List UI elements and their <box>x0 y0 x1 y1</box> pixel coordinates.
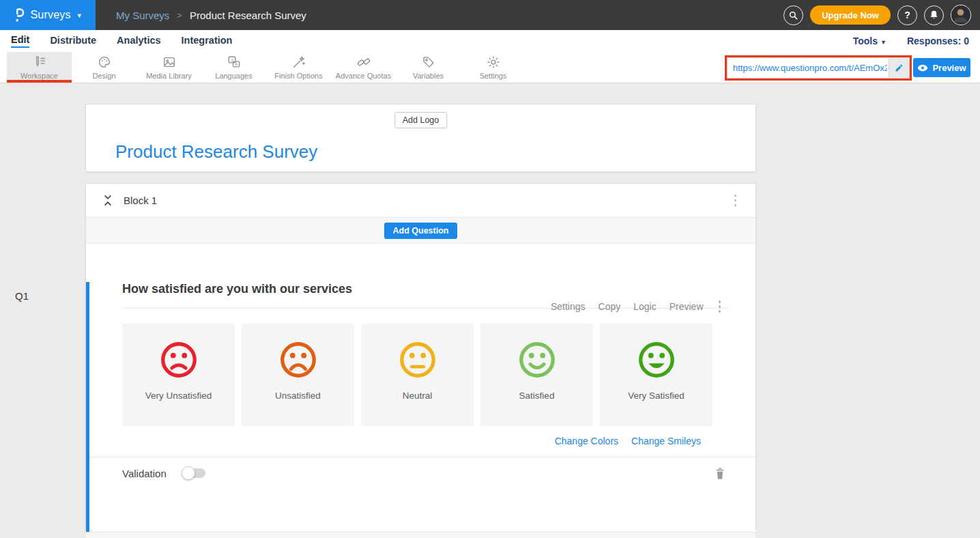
breadcrumb-separator: > <box>177 10 182 20</box>
question-mark-icon: ? <box>904 10 910 20</box>
survey-url-annotation-box <box>725 55 912 81</box>
languages-icon: 文A <box>227 55 242 70</box>
toolbar-item-quotas[interactable]: Advance Quotas <box>331 52 396 83</box>
toolbar-item-media[interactable]: Media Library <box>136 52 201 83</box>
survey-header-card: Add Logo Product Research Survey <box>85 104 756 172</box>
questionpro-logo-icon <box>13 8 25 23</box>
eye-icon <box>917 64 928 72</box>
validation-row: Validation <box>89 457 755 489</box>
validation-label: Validation <box>122 468 167 479</box>
variables-icon <box>421 55 436 70</box>
add-question-strip-bottom: Add Question Page Break Separator <box>86 532 755 538</box>
question-menu-kebab-icon[interactable] <box>717 298 723 315</box>
quotas-icon <box>356 55 371 70</box>
section-tabs: Edit Distribute Analytics Integration To… <box>0 30 980 52</box>
responses-count[interactable]: Responses: 0 <box>907 36 969 46</box>
question-action-logic[interactable]: Logic <box>633 301 656 312</box>
survey-title[interactable]: Product Research Survey <box>115 141 317 162</box>
question-index-label: Q1 <box>15 290 29 302</box>
trash-icon <box>715 467 725 480</box>
settings-icon <box>486 55 501 70</box>
question-actions: SettingsCopyLogicPreview <box>551 301 704 312</box>
upgrade-now-button[interactable]: Upgrade Now <box>810 5 891 25</box>
block-title[interactable]: Block 1 <box>124 195 157 206</box>
tab-integration[interactable]: Integration <box>182 35 233 47</box>
add-question-button-top[interactable]: Add Question <box>384 223 458 239</box>
collapse-block-icon[interactable] <box>103 195 113 206</box>
tools-dropdown[interactable]: Tools▼ <box>853 36 887 46</box>
bell-icon <box>929 10 939 20</box>
page: { "colors": { "brand_blue": "#1b87e6", "… <box>0 0 980 538</box>
validation-toggle[interactable] <box>183 468 205 478</box>
chevron-down-icon: ▼ <box>76 12 83 19</box>
survey-url-field <box>727 57 910 79</box>
breadcrumb-parent[interactable]: My Surveys <box>116 10 169 21</box>
option-label: Unsatisfied <box>275 391 321 401</box>
block-header: Block 1 <box>86 184 755 218</box>
very-satisfied-smiley-icon <box>635 339 678 381</box>
option-unsatisfied[interactable]: Unsatisfied <box>242 324 354 426</box>
neutral-smiley-icon <box>397 339 439 381</box>
option-label: Neutral <box>403 391 433 401</box>
breadcrumb-current: Product Research Survey <box>190 10 306 21</box>
delete-question-button[interactable] <box>715 467 725 480</box>
pencil-icon <box>895 63 904 72</box>
option-label: Very Unsatisfied <box>145 391 212 401</box>
chevron-down-icon: ▼ <box>880 39 887 46</box>
question-action-copy[interactable]: Copy <box>599 301 621 312</box>
change-colors-link[interactable]: Change Colors <box>555 436 618 447</box>
finish-icon <box>291 55 306 70</box>
tab-analytics[interactable]: Analytics <box>117 35 160 47</box>
preview-button[interactable]: Preview <box>913 58 970 77</box>
product-switcher[interactable]: Surveys ▼ <box>0 0 96 30</box>
toolbar-items: WorkspaceDesignMedia Library文ALanguagesF… <box>7 52 525 83</box>
option-label: Satisfied <box>519 391 555 401</box>
toolbar-item-workspace[interactable]: Workspace <box>7 52 72 83</box>
question-action-preview[interactable]: Preview <box>669 301 704 312</box>
option-very-unsatisfied[interactable]: Very Unsatisfied <box>122 324 235 426</box>
unsatisfied-smiley-icon <box>277 339 319 381</box>
tabs-right-cluster: Tools▼ Responses: 0 <box>853 36 969 46</box>
workspace-icon <box>32 55 47 70</box>
toolbar-item-settings[interactable]: Settings <box>461 52 525 83</box>
change-smileys-link[interactable]: Change Smileys <box>631 436 701 447</box>
logo-label: Surveys <box>30 9 70 21</box>
toolbar-item-variables[interactable]: Variables <box>396 52 461 83</box>
toolbar-item-finish[interactable]: Finish Options <box>266 52 331 83</box>
search-icon <box>788 10 798 20</box>
option-label: Very Satisfied <box>628 391 684 401</box>
survey-url-input[interactable] <box>727 58 889 78</box>
workspace-canvas: Q1 Add Logo Product Research Survey Bloc… <box>0 83 980 538</box>
tab-distribute[interactable]: Distribute <box>50 35 96 47</box>
smiley-options: Very UnsatisfiedUnsatisfiedNeutralSatisf… <box>122 324 728 426</box>
notifications-button[interactable] <box>924 5 944 25</box>
block-card: Block 1 Add Question SettingsCopyLogicPr… <box>85 183 756 529</box>
svg-text:文: 文 <box>230 57 234 62</box>
question-actions-row: SettingsCopyLogicPreview <box>551 298 723 315</box>
toolbar-item-languages[interactable]: 文ALanguages <box>201 52 266 83</box>
top-navbar: Surveys ▼ My Surveys > Product Research … <box>0 0 980 30</box>
add-question-strip-top: Add Question <box>86 218 755 244</box>
option-very-satisfied[interactable]: Very Satisfied <box>600 324 712 426</box>
block-menu-kebab-icon[interactable] <box>732 193 739 209</box>
question-links: Change Colors Change Smileys <box>122 436 728 447</box>
help-button[interactable]: ? <box>897 5 917 25</box>
very-unsatisfied-smiley-icon <box>158 339 200 381</box>
edit-url-button[interactable] <box>889 58 909 78</box>
option-satisfied[interactable]: Satisfied <box>480 324 593 426</box>
option-neutral[interactable]: Neutral <box>361 324 474 426</box>
svg-text:A: A <box>235 61 238 66</box>
breadcrumb: My Surveys > Product Research Survey <box>116 10 306 21</box>
search-button[interactable] <box>783 5 803 25</box>
edit-toolbar: WorkspaceDesignMedia Library文ALanguagesF… <box>0 52 980 83</box>
add-logo-button[interactable]: Add Logo <box>394 112 448 128</box>
question-card: SettingsCopyLogicPreview How satisfied a… <box>86 282 755 532</box>
user-avatar[interactable] <box>951 5 971 25</box>
satisfied-smiley-icon <box>516 339 558 381</box>
question-action-settings[interactable]: Settings <box>551 301 586 312</box>
tab-edit[interactable]: Edit <box>11 34 29 48</box>
media-icon <box>162 55 177 70</box>
design-icon <box>97 55 112 70</box>
toolbar-item-design[interactable]: Design <box>72 52 136 83</box>
topbar-actions: Upgrade Now ? <box>783 5 980 25</box>
